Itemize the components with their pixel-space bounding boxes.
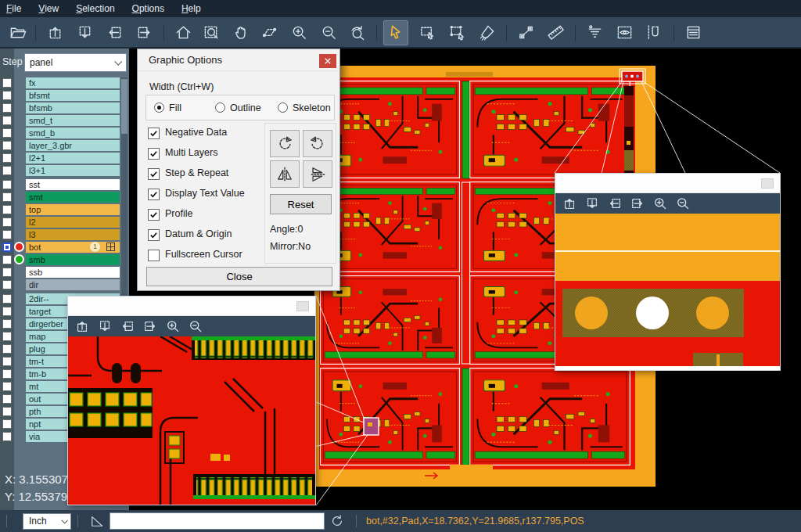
snap-magnet-button[interactable] [644,22,664,42]
scrollbar-thumb[interactable] [121,79,128,134]
magnifier-title-bar[interactable] [68,297,315,316]
zoom-previous-button[interactable] [347,22,367,42]
layer-item[interactable]: sst [26,179,120,190]
radio-outline[interactable]: Outline [215,102,261,113]
layer-panel-button[interactable] [683,22,703,42]
layer-item[interactable]: layer_3.gbr [26,140,120,151]
window-select-button[interactable] [417,22,437,42]
layer-item[interactable]: top [26,204,120,215]
zoom-out-icon[interactable] [188,318,203,334]
measure-move-button[interactable] [259,22,279,42]
layer-visibility-checkbox[interactable] [2,153,12,163]
layer-visibility-checkbox[interactable] [2,294,12,304]
layer-item[interactable]: smd_t [26,115,120,126]
option-multi-layers[interactable]: Multi Layers [148,146,265,166]
layer-visibility-checkbox[interactable] [2,78,12,88]
point-measure-button[interactable] [515,22,536,42]
pan-left-icon[interactable] [607,196,623,211]
step-select[interactable]: panel [24,53,127,72]
pan-right-icon[interactable] [142,318,158,334]
rotate-ccw-button[interactable] [303,130,332,157]
layer-visibility-checkbox[interactable] [2,128,12,138]
pan-right-button[interactable] [134,22,154,42]
layer-visibility-checkbox[interactable] [2,268,12,277]
layer-item[interactable]: l2+1 [26,153,120,164]
zoom-window-button[interactable] [201,22,221,42]
layer-visibility-checkbox[interactable] [2,357,12,366]
option-display-text-value[interactable]: Display Text Value [148,186,265,207]
mirror-vertical-button[interactable] [303,160,332,188]
checkbox-icon[interactable] [148,168,160,180]
pan-left-button[interactable] [104,22,124,42]
menu-file[interactable]: File [6,3,21,14]
layer-item[interactable]: ssb [26,267,120,278]
layer-visibility-checkbox[interactable] [2,394,12,404]
layer-visibility-checkbox[interactable] [2,407,12,416]
zoom-out-button[interactable] [318,22,339,42]
ruler-button[interactable] [545,22,566,42]
layer-visibility-checkbox[interactable] [2,205,12,214]
layer-visibility-checkbox[interactable] [2,217,12,227]
layer-visibility-checkbox[interactable] [2,369,12,379]
clear-brush-button[interactable] [476,22,497,42]
layer-item[interactable]: bot [26,242,120,253]
dialog-close-button[interactable] [319,54,336,68]
pan-down-icon[interactable] [584,196,600,211]
layer-visibility-checkbox[interactable] [2,243,12,252]
select-cursor-button[interactable] [386,22,406,42]
view-options-button[interactable] [614,22,634,42]
checkbox-icon[interactable] [148,189,160,200]
layer-visibility-checkbox[interactable] [2,432,12,441]
home-fit-button[interactable] [173,22,193,42]
layer-item[interactable]: l3+1 [26,165,120,176]
layer-visibility-checkbox[interactable] [2,255,12,264]
magnified-panel-corner-view[interactable] [555,214,780,366]
refresh-icon[interactable] [329,513,345,529]
layer-visibility-checkbox[interactable] [2,230,12,239]
layer-item[interactable]: l2 [26,217,120,228]
layer-visibility-checkbox[interactable] [2,103,12,113]
radio-skeleton[interactable]: Skeleton [278,102,331,113]
layer-item[interactable]: smt [26,192,120,203]
filter-button[interactable] [584,22,605,42]
option-step-repeat[interactable]: Step & Repeat [148,166,265,186]
option-datum-origin[interactable]: Datum & Origin [148,227,265,247]
magnified-pcb-view[interactable] [68,336,315,505]
layer-item[interactable]: dir [26,279,120,290]
zoom-in-icon[interactable] [652,196,668,211]
unit-select[interactable]: Inch [23,513,71,530]
rotate-cw-button[interactable] [270,130,300,157]
checkbox-icon[interactable] [148,148,160,160]
radio-fill[interactable]: Fill [154,102,181,113]
dialog-title-bar[interactable]: Graphic Options [138,49,339,71]
layer-visibility-checkbox[interactable] [2,141,12,150]
pan-right-icon[interactable] [630,196,645,211]
pan-up-icon[interactable] [562,196,577,211]
checkbox-icon[interactable] [148,229,160,241]
checkbox-icon[interactable] [148,250,160,261]
zoom-in-icon[interactable] [165,318,181,334]
magnifier-close-button[interactable] [761,178,774,189]
layer-visibility-checkbox[interactable] [2,166,12,175]
pan-hand-button[interactable] [231,22,251,42]
layer-visibility-checkbox[interactable] [2,116,12,125]
grid-icon[interactable] [106,243,115,251]
layer-item[interactable]: smb [26,254,120,265]
layer-item[interactable]: fx [26,77,120,88]
layer-visibility-checkbox[interactable] [2,382,12,391]
command-input[interactable] [110,512,325,530]
pan-up-button[interactable] [45,22,65,42]
corner-snap-icon[interactable] [89,513,105,529]
close-button[interactable]: Close [146,267,332,286]
layer-visibility-checkbox[interactable] [2,192,12,202]
layer-visibility-checkbox[interactable] [2,280,12,289]
option-negative-data[interactable]: Negative Data [148,125,265,146]
layer-visibility-checkbox[interactable] [2,332,12,341]
layer-visibility-checkbox[interactable] [2,344,12,354]
magnifier-title-bar[interactable] [555,174,780,193]
layer-visibility-checkbox[interactable] [2,180,12,189]
layer-visibility-checkbox[interactable] [2,307,12,316]
option-fullscreen-cursor[interactable]: Fullscreen Cursor [148,247,265,268]
layer-item[interactable]: l3 [26,229,120,240]
layer-visibility-checkbox[interactable] [2,91,12,100]
